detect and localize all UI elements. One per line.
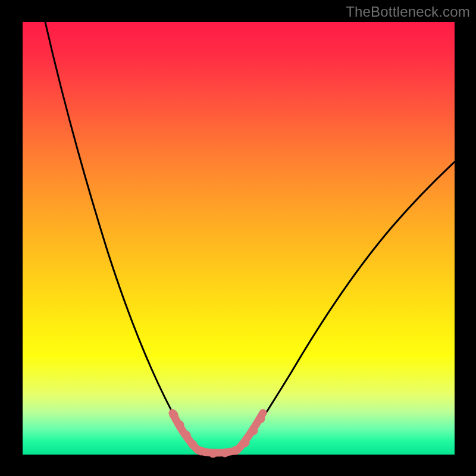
gradient-plot-area — [23, 22, 455, 455]
watermark-text: TheBottleneck.com — [346, 4, 470, 20]
chart-frame: TheBottleneck.com — [0, 0, 476, 476]
